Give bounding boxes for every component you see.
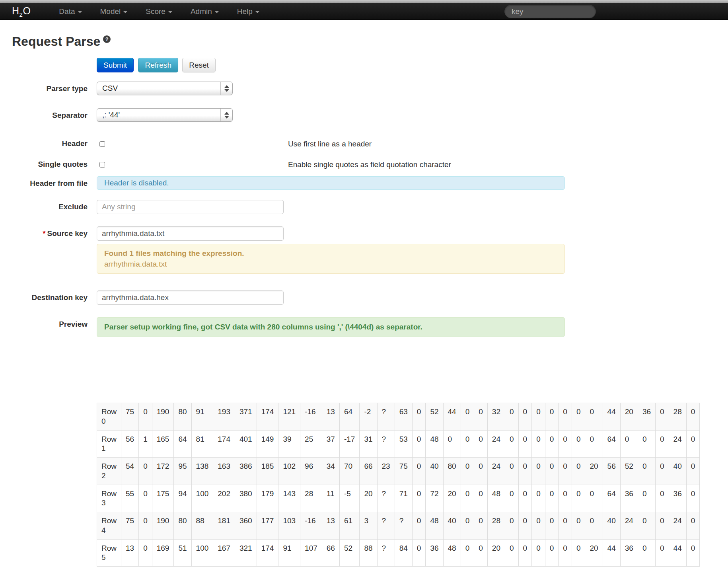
table-cell: 91 xyxy=(278,539,300,567)
submit-button[interactable]: Submit xyxy=(97,58,134,72)
table-cell: 95 xyxy=(174,458,191,485)
table-cell: 103 xyxy=(278,512,300,540)
table-cell: 36 xyxy=(620,485,638,512)
menu-model[interactable]: Model xyxy=(91,7,137,16)
chevron-down-icon xyxy=(123,11,127,13)
table-cell: 0 xyxy=(545,512,559,540)
chevron-down-icon xyxy=(168,11,172,13)
table-cell: 34 xyxy=(322,458,339,485)
table-cell: 96 xyxy=(300,458,322,485)
table-cell: 179 xyxy=(257,485,278,512)
table-cell: 185 xyxy=(257,458,278,485)
table-cell: 163 xyxy=(213,458,235,485)
table-cell: 0 xyxy=(559,539,572,567)
table-cell: 20 xyxy=(585,458,603,485)
table-cell: 24 xyxy=(487,458,505,485)
table-cell: 48 xyxy=(487,485,505,512)
table-cell: 66 xyxy=(360,458,377,485)
table-cell: 0 xyxy=(518,539,532,567)
table-cell: 0 xyxy=(532,403,545,431)
table-cell: 70 xyxy=(339,458,359,485)
key-search-input[interactable] xyxy=(504,5,596,18)
table-row: Row 3550175941002023801791432811-520?710… xyxy=(97,485,700,512)
table-cell: 0 xyxy=(656,458,669,485)
table-cell: 0 xyxy=(559,512,572,540)
table-row-label: Row 3 xyxy=(97,485,121,512)
table-cell: 55 xyxy=(121,485,139,512)
main-content: Request Parse? Submit Refresh Reset Pars… xyxy=(0,34,728,567)
table-cell: 80 xyxy=(443,458,461,485)
table-cell: 63 xyxy=(395,403,412,431)
chevron-down-icon xyxy=(78,11,82,13)
parser-status-message: Parser setup working fine, got CSV data … xyxy=(97,317,565,337)
table-cell: 0 xyxy=(474,430,488,458)
table-cell: 48 xyxy=(426,430,443,458)
parser-type-select[interactable]: CSV xyxy=(97,82,233,95)
table-cell: 0 xyxy=(474,458,488,485)
table-cell: 28 xyxy=(487,512,505,540)
table-cell: 28 xyxy=(300,485,322,512)
table-cell: 56 xyxy=(121,430,139,458)
table-row: Row 254017295138163386185102963470662375… xyxy=(97,458,700,485)
table-cell: 138 xyxy=(191,458,213,485)
table-cell: 0 xyxy=(686,485,700,512)
table-cell: 94 xyxy=(174,485,191,512)
header-checkbox[interactable] xyxy=(99,141,105,147)
table-cell: 0 xyxy=(518,485,532,512)
table-cell: 0 xyxy=(545,458,559,485)
table-cell: 165 xyxy=(152,430,174,458)
menu-admin[interactable]: Admin xyxy=(181,7,228,16)
table-cell: 175 xyxy=(152,485,174,512)
exclude-label: Exclude xyxy=(0,200,88,212)
table-cell: -16 xyxy=(300,403,322,431)
header-disabled-infobox: Header is disabled. xyxy=(97,176,565,190)
table-cell: 44 xyxy=(603,539,620,567)
select-stepper-icon xyxy=(220,109,232,121)
table-cell: 0 xyxy=(638,512,655,540)
table-cell: 0 xyxy=(412,458,426,485)
table-cell: 20 xyxy=(360,485,377,512)
preview-table-container: Row 07501908091193371174121-161364-2?630… xyxy=(97,403,728,567)
table-cell: 0 xyxy=(572,512,585,540)
table-cell: 121 xyxy=(278,403,300,431)
table-row-label: Row 1 xyxy=(97,430,121,458)
table-cell: 40 xyxy=(443,512,461,540)
table-cell: 36 xyxy=(638,403,655,431)
table-cell: 321 xyxy=(235,539,257,567)
single-quotes-checkbox[interactable] xyxy=(99,162,105,168)
table-cell: ? xyxy=(377,539,395,567)
menu-score[interactable]: Score xyxy=(136,7,181,16)
separator-select[interactable]: ,: '44' xyxy=(97,108,233,122)
refresh-button[interactable]: Refresh xyxy=(138,58,178,72)
table-cell: 88 xyxy=(360,539,377,567)
table-cell: 0 xyxy=(461,403,474,431)
table-cell: 32 xyxy=(487,403,505,431)
menu-help[interactable]: Help xyxy=(228,7,269,16)
source-key-label: *Source key xyxy=(0,226,88,238)
table-cell: 0 xyxy=(686,458,700,485)
table-cell: 0 xyxy=(545,539,559,567)
table-cell: 0 xyxy=(585,512,603,540)
table-cell: 52 xyxy=(620,458,638,485)
table-cell: 0 xyxy=(686,512,700,540)
help-icon[interactable]: ? xyxy=(103,35,111,43)
table-cell: 25 xyxy=(300,430,322,458)
table-cell: 360 xyxy=(235,512,257,540)
menu-data[interactable]: Data xyxy=(50,7,91,16)
table-cell: 13 xyxy=(322,512,339,540)
destination-key-input[interactable] xyxy=(97,290,284,305)
table-cell: 0 xyxy=(585,485,603,512)
source-key-input[interactable] xyxy=(97,226,284,241)
table-cell: 0 xyxy=(505,512,518,540)
table-cell: 66 xyxy=(322,539,339,567)
table-cell: 0 xyxy=(139,539,152,567)
reset-button[interactable]: Reset xyxy=(182,58,216,72)
top-navbar: H2O Data Model Score Admin Help xyxy=(0,3,728,20)
parser-type-label: Parser type xyxy=(0,82,88,94)
exclude-input[interactable] xyxy=(97,200,284,214)
table-cell: 0 xyxy=(139,458,152,485)
table-cell: 75 xyxy=(121,512,139,540)
table-cell: 0 xyxy=(532,485,545,512)
table-cell: 0 xyxy=(545,430,559,458)
table-cell: 0 xyxy=(545,403,559,431)
